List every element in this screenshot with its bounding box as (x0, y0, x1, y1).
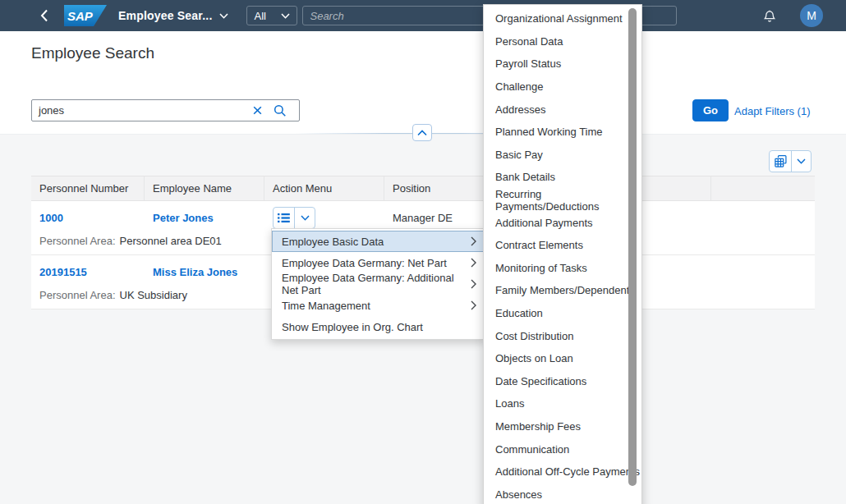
menu-item-label: Show Employee in Org. Chart (282, 321, 476, 333)
copy-table-button[interactable] (770, 151, 792, 172)
action-context-menu: Employee Basic Data Employee Data German… (271, 228, 485, 340)
menu-item-time-management[interactable]: Time Management (272, 295, 485, 316)
chevron-down-icon (281, 13, 290, 19)
chevron-down-icon (797, 158, 806, 164)
submenu-item-personal-data[interactable]: Personal Data (484, 30, 641, 53)
search-scope-value: All (254, 10, 265, 22)
collapse-chevron-up-icon (417, 130, 427, 136)
chevron-down-icon (301, 215, 310, 221)
submenu-item-additional-off-cycle-payments[interactable]: Additional Off-Cycle Payments (484, 460, 641, 483)
submenu-item-challenge[interactable]: Challenge (484, 76, 641, 99)
column-header-personnel-number[interactable]: Personnel Number (31, 176, 145, 200)
personnel-number-link[interactable]: 20191515 (39, 266, 87, 278)
submenu-item-recurring-payments-deductions[interactable]: Recurring Payments/Deductions (484, 189, 641, 212)
submenu-item-absences[interactable]: Absences (484, 483, 641, 504)
submenu-item-communication[interactable]: Communication (484, 438, 641, 460)
column-header-employee-name[interactable]: Employee Name (145, 176, 264, 200)
clear-x-icon (253, 106, 262, 115)
shell-bar: SAP Employee Sear... All Search M (0, 0, 846, 31)
column-header-action-menu[interactable]: Action Menu (264, 176, 384, 200)
action-menu-button[interactable] (274, 208, 295, 228)
copy-table-icon (774, 154, 788, 168)
avatar-initial: M (807, 9, 816, 22)
employee-basic-data-submenu: Organizational Assignment Personal Data … (483, 4, 642, 504)
menu-item-label: Employee Data Germany: Additional Net Pa… (282, 272, 471, 296)
shell-search-placeholder: Search (310, 10, 343, 22)
menu-item-show-employee-in-org-chart[interactable]: Show Employee in Org. Chart (272, 316, 485, 337)
submenu-chevron-right-icon (471, 279, 476, 289)
action-menu-arrow-button[interactable] (295, 208, 315, 228)
submenu-chevron-right-icon (471, 300, 476, 310)
clear-search-button[interactable] (247, 100, 268, 121)
back-chevron-icon (40, 9, 48, 22)
personnel-number-link[interactable]: 1000 (39, 212, 63, 224)
app-title-menu[interactable]: Employee Sear... (118, 9, 228, 22)
position-value: Manager DE (393, 212, 453, 224)
personnel-area-value: UK Subsidiary (120, 289, 187, 301)
adapt-filters-link[interactable]: Adapt Filters (1) (734, 105, 810, 117)
menu-item-employee-basic-data[interactable]: Employee Basic Data (272, 231, 485, 252)
submenu-item-membership-fees[interactable]: Membership Fees (484, 415, 641, 438)
search-icon (274, 104, 287, 117)
run-search-button[interactable] (268, 100, 292, 121)
submenu-item-organizational-assignment[interactable]: Organizational Assignment (484, 7, 641, 30)
submenu-chevron-right-icon (471, 236, 476, 246)
submenu-scrollbar-thumb[interactable] (628, 8, 637, 486)
svg-text:SAP: SAP (67, 9, 94, 23)
submenu-item-education[interactable]: Education (484, 302, 641, 325)
employee-search-value: jones (39, 104, 247, 117)
submenu-item-planned-working-time[interactable]: Planned Working Time (484, 121, 641, 144)
menu-item-label: Employee Basic Data (282, 236, 471, 248)
page-title: Employee Search (31, 44, 154, 62)
app-title: Employee Sear... (118, 9, 212, 22)
personnel-area-value: Personnel area DE01 (120, 235, 222, 247)
shell-right-group: M (762, 0, 846, 31)
personnel-area-label: Personnel Area: (39, 289, 116, 301)
sap-logo: SAP (64, 5, 107, 26)
menu-item-employee-data-germany-net-part[interactable]: Employee Data Germany: Net Part (272, 252, 485, 273)
table-header-row: Personnel Number Employee Name Action Me… (31, 176, 815, 201)
submenu-item-basic-pay[interactable]: Basic Pay (484, 144, 641, 167)
menu-item-label: Time Management (282, 300, 471, 312)
notifications-button[interactable] (762, 8, 777, 24)
export-split-button (769, 150, 812, 172)
employee-name-link[interactable]: Miss Eliza Jones (153, 266, 237, 278)
employee-search-input[interactable]: jones (31, 99, 300, 121)
submenu-item-contract-elements[interactable]: Contract Elements (484, 234, 641, 257)
action-menu-split-button (273, 207, 315, 229)
submenu-item-objects-on-loan[interactable]: Objects on Loan (484, 347, 641, 370)
submenu-item-loans[interactable]: Loans (484, 392, 641, 415)
avatar[interactable]: M (800, 4, 823, 27)
collapse-filter-bar-button[interactable] (412, 124, 432, 141)
export-menu-arrow-button[interactable] (792, 151, 811, 172)
menu-item-label: Employee Data Germany: Net Part (282, 257, 471, 269)
search-scope-select[interactable]: All (246, 6, 297, 25)
back-button[interactable] (38, 9, 51, 22)
action-menu-list-icon (278, 213, 290, 223)
submenu-item-bank-details[interactable]: Bank Details (484, 166, 641, 189)
submenu-chevron-right-icon (471, 258, 476, 268)
menu-item-employee-data-germany-additional-net-part[interactable]: Employee Data Germany: Additional Net Pa… (272, 273, 485, 295)
submenu-item-family-members-dependents[interactable]: Family Members/Dependents (484, 279, 641, 302)
submenu-item-addresses[interactable]: Addresses (484, 98, 641, 121)
submenu-item-cost-distribution[interactable]: Cost Distribution (484, 324, 641, 347)
submenu-item-monitoring-of-tasks[interactable]: Monitoring of Tasks (484, 257, 641, 280)
submenu-item-date-specifications[interactable]: Date Specifications (484, 370, 641, 393)
go-button[interactable]: Go (692, 99, 729, 121)
submenu-item-additional-payments[interactable]: Additional Payments (484, 211, 641, 234)
go-label: Go (703, 104, 718, 117)
chevron-down-icon (219, 13, 228, 19)
employee-name-link[interactable]: Peter Jones (153, 212, 214, 224)
bell-icon (762, 8, 777, 24)
column-header-empty (711, 176, 815, 200)
submenu-item-payroll-status[interactable]: Payroll Status (484, 53, 641, 76)
app-window: SAP Employee Sear... All Search M Employ… (0, 0, 846, 504)
personnel-area-label: Personnel Area: (39, 235, 116, 247)
